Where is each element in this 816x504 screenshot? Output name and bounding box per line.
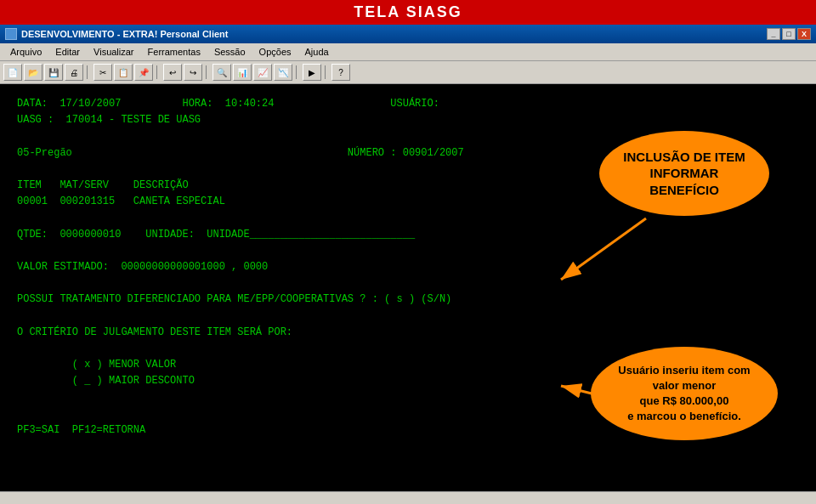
menu-editar[interactable]: Editar bbox=[48, 45, 87, 59]
menu-ferramentas[interactable]: Ferramentas bbox=[141, 45, 207, 59]
toolbar-btn-5[interactable]: ✂ bbox=[94, 64, 112, 81]
window-icon bbox=[5, 28, 17, 40]
term-line-1: DATA: 17/10/2007 HORA: 10:40:24 USUÁRIO: bbox=[17, 96, 799, 112]
term-line-13: POSSUI TRATAMENTO DIFERENCIADO PARA ME/E… bbox=[17, 292, 799, 308]
toolbar: 📄 📂 💾 🖨 ✂ 📋 📌 ↩ ↪ 🔍 📊 📈 📉 ▶ ? bbox=[0, 61, 816, 84]
term-line-14 bbox=[17, 308, 799, 324]
toolbar-btn-3[interactable]: 💾 bbox=[44, 64, 63, 81]
balloon-top: INCLUSÃO DE ITEM INFORMAR BENEFÍCIO bbox=[599, 131, 769, 216]
menu-bar: Arquivo Editar Visualizar Ferramentas Se… bbox=[0, 43, 816, 61]
toolbar-sep-2 bbox=[156, 65, 160, 79]
term-line-9: QTDE: 0000000010 UNIDADE: UNIDADE_______… bbox=[17, 227, 799, 243]
toolbar-sep-4 bbox=[296, 65, 299, 79]
status-bar bbox=[0, 491, 816, 504]
term-line-15: O CRITÉRIO DE JULGAMENTO DESTE ITEM SERÁ… bbox=[17, 325, 799, 341]
term-line-2: UASG : 170014 - TESTE DE UASG bbox=[17, 112, 799, 128]
term-line-12 bbox=[17, 275, 799, 292]
toolbar-btn-12[interactable]: 📈 bbox=[253, 64, 272, 81]
toolbar-sep-3 bbox=[206, 65, 209, 79]
maximize-button[interactable]: □ bbox=[782, 28, 796, 40]
term-line-11: VALOR ESTIMADO: 00000000000001000 , 0000 bbox=[17, 259, 799, 275]
toolbar-btn-13[interactable]: 📉 bbox=[274, 64, 292, 81]
toolbar-btn-11[interactable]: 📊 bbox=[233, 64, 252, 81]
menu-visualizar[interactable]: Visualizar bbox=[87, 45, 141, 59]
menu-arquivo[interactable]: Arquivo bbox=[3, 45, 48, 59]
page-title: TELA SIASG bbox=[0, 0, 816, 25]
toolbar-btn-2[interactable]: 📂 bbox=[24, 64, 42, 81]
toolbar-btn-10[interactable]: 🔍 bbox=[212, 64, 231, 81]
toolbar-btn-7[interactable]: 📌 bbox=[134, 64, 153, 81]
toolbar-btn-9[interactable]: ↪ bbox=[184, 64, 202, 81]
menu-ajuda[interactable]: Ajuda bbox=[298, 45, 336, 59]
terminal-area: DATA: 17/10/2007 HORA: 10:40:24 USUÁRIO:… bbox=[0, 84, 816, 491]
toolbar-btn-6[interactable]: 📋 bbox=[114, 64, 133, 81]
close-button[interactable]: X bbox=[797, 28, 811, 40]
toolbar-btn-1[interactable]: 📄 bbox=[3, 64, 22, 81]
toolbar-btn-14[interactable]: ▶ bbox=[303, 64, 321, 81]
toolbar-btn-4[interactable]: 🖨 bbox=[65, 64, 83, 81]
toolbar-btn-15[interactable]: ? bbox=[332, 64, 350, 81]
toolbar-sep-1 bbox=[87, 65, 90, 79]
window-titlebar: DESENVOLVIMENTO - EXTRA! Personal Client… bbox=[0, 25, 816, 43]
toolbar-sep-5 bbox=[325, 65, 328, 79]
menu-sessao[interactable]: Sessão bbox=[207, 45, 252, 59]
minimize-button[interactable]: _ bbox=[767, 28, 780, 40]
balloon-bottom: Usuário inseriu item com valor menor que… bbox=[591, 347, 778, 440]
window-controls: _ □ X bbox=[767, 28, 811, 40]
window-title: DESENVOLVIMENTO - EXTRA! Personal Client bbox=[21, 29, 228, 39]
toolbar-btn-8[interactable]: ↩ bbox=[163, 64, 182, 81]
term-line-10 bbox=[17, 243, 799, 259]
menu-opcoes[interactable]: Opções bbox=[252, 45, 298, 59]
